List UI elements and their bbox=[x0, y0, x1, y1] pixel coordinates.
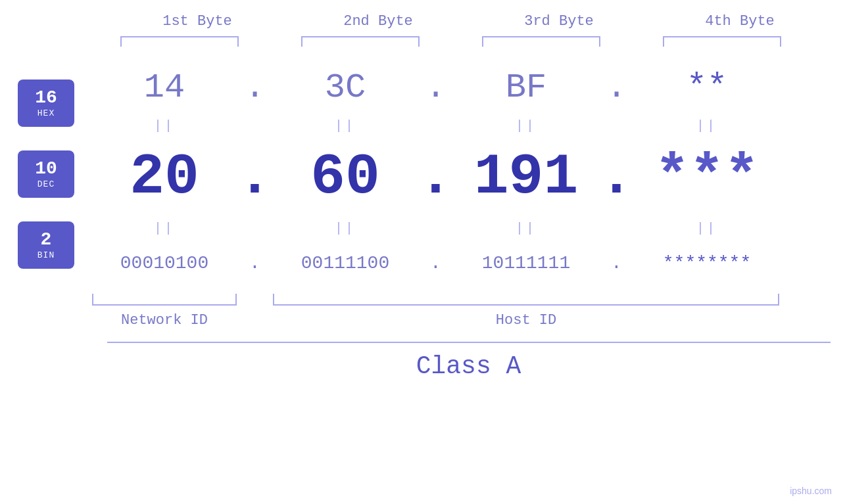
hex-b2: 3C bbox=[273, 68, 418, 107]
dec-b4: *** bbox=[635, 145, 779, 210]
dec-b1: 20 bbox=[92, 145, 237, 210]
bracket-seg4 bbox=[650, 35, 794, 48]
bin-dot3: . bbox=[598, 253, 635, 273]
main-container: 1st Byte 2nd Byte 3rd Byte 4th Byte 16 H… bbox=[0, 0, 845, 504]
bracket-line4 bbox=[663, 36, 781, 47]
bin-b3: 10111111 bbox=[454, 253, 598, 273]
hex-badge-label: HEX bbox=[37, 108, 55, 118]
bracket-seg1 bbox=[107, 35, 252, 48]
class-label: Class A bbox=[107, 352, 831, 380]
bracket-line3 bbox=[482, 36, 600, 47]
hex-badge-number: 16 bbox=[35, 88, 57, 108]
left-badges: 16 HEX 10 DEC 2 BIN bbox=[0, 61, 92, 287]
hex-dot1: . bbox=[237, 68, 273, 107]
hex-dot3: . bbox=[598, 68, 635, 107]
sep2-b2: || bbox=[273, 221, 418, 236]
bracket-line2 bbox=[301, 36, 420, 47]
hex-b3: BF bbox=[454, 68, 598, 107]
hex-b4: ** bbox=[635, 68, 779, 107]
hex-dot2: . bbox=[418, 68, 454, 107]
bin-dot2: . bbox=[418, 253, 454, 273]
dec-badge-number: 10 bbox=[35, 159, 57, 179]
bin-badge-number: 2 bbox=[41, 230, 52, 250]
dec-badge: 10 DEC bbox=[18, 150, 74, 198]
bin-badge: 2 BIN bbox=[18, 221, 74, 269]
watermark: ipshu.com bbox=[790, 486, 832, 496]
bin-b2: 00111100 bbox=[273, 253, 418, 273]
id-labels-row: Network ID Host ID bbox=[92, 312, 815, 329]
bottom-bracket-row bbox=[92, 290, 815, 306]
network-bracket bbox=[92, 294, 237, 306]
dec-dot2: . bbox=[418, 145, 454, 210]
sep1-b3: || bbox=[454, 118, 598, 133]
sep2-b3: || bbox=[454, 221, 598, 236]
top-bracket-row bbox=[107, 35, 831, 48]
sep-row-2: || || || || bbox=[92, 216, 815, 240]
sep1-b4: || bbox=[635, 118, 779, 133]
bin-b1: 00010100 bbox=[92, 253, 237, 273]
values-section: 14 . 3C . BF . ** bbox=[92, 61, 815, 329]
sep1-b1: || bbox=[92, 118, 237, 133]
sep-row-1: || || || || bbox=[92, 114, 815, 137]
hex-b1: 14 bbox=[92, 68, 237, 107]
class-divider bbox=[107, 342, 831, 343]
sep1-b2: || bbox=[273, 118, 418, 133]
bracket-line1 bbox=[120, 36, 239, 47]
sep2-b1: || bbox=[92, 221, 237, 236]
body-section: 16 HEX 10 DEC 2 BIN 14 . bbox=[0, 61, 845, 329]
byte2-header: 2nd Byte bbox=[306, 13, 450, 30]
byte4-header: 4th Byte bbox=[667, 13, 812, 30]
dec-b2: 60 bbox=[273, 145, 418, 210]
byte1-header: 1st Byte bbox=[125, 13, 270, 30]
bin-dot1: . bbox=[237, 253, 273, 273]
dec-b3: 191 bbox=[454, 145, 598, 210]
dec-dot3: . bbox=[598, 145, 635, 210]
bin-b4: ******** bbox=[635, 253, 779, 273]
bin-row: 00010100 . 00111100 . 10111111 . bbox=[92, 240, 815, 286]
dec-dot1: . bbox=[237, 145, 273, 210]
byte-headers: 1st Byte 2nd Byte 3rd Byte 4th Byte bbox=[107, 13, 831, 30]
host-id-label: Host ID bbox=[273, 312, 779, 329]
hex-badge: 16 HEX bbox=[18, 80, 74, 127]
bin-badge-label: BIN bbox=[37, 250, 55, 260]
sep2-b4: || bbox=[635, 221, 779, 236]
class-divider-container: Class A bbox=[107, 342, 831, 380]
network-id-label: Network ID bbox=[92, 312, 237, 329]
dec-row: 20 . 60 . 191 . *** bbox=[92, 137, 815, 216]
hex-row: 14 . 3C . BF . ** bbox=[92, 61, 815, 114]
bracket-seg2 bbox=[288, 35, 433, 48]
dec-badge-label: DEC bbox=[37, 179, 55, 189]
host-bracket bbox=[273, 294, 779, 306]
bracket-seg3 bbox=[469, 35, 614, 48]
byte3-header: 3rd Byte bbox=[487, 13, 631, 30]
